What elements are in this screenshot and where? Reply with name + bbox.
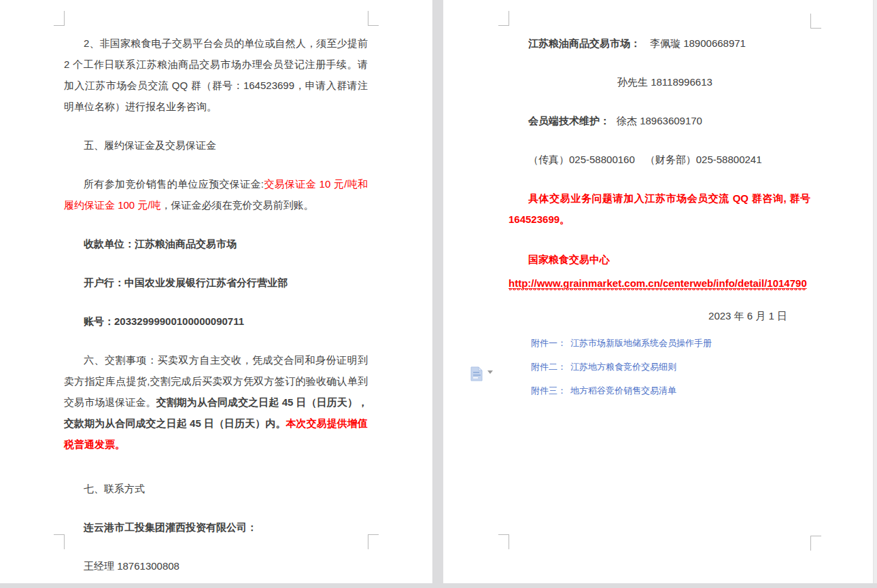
margin-mark xyxy=(368,11,379,26)
margin-mark xyxy=(54,534,65,549)
bank-line: 开户行：中国农业发展银行江苏省分行营业部 xyxy=(64,272,368,293)
market-contact: 李佩璇 18900668971 xyxy=(650,37,746,49)
attachment-link-2[interactable]: 附件二：江苏地方粮食竞价交易细则 xyxy=(531,355,810,379)
paragraph-deposit: 所有参加竞价销售的单位应预交保证金:交易保证金 10 元/吨和履约保证金 100… xyxy=(64,173,368,215)
attachment-label: 附件二： xyxy=(531,362,566,372)
margin-mark xyxy=(54,11,65,26)
paragraph-membership: 2、非国家粮食电子交易平台会员的单位或自然人，须至少提前 2 个工作日联系江苏粮… xyxy=(64,33,368,117)
attachment-label: 附件三： xyxy=(531,385,566,396)
payee-line: 收款单位：江苏粮油商品交易市场 xyxy=(64,233,368,254)
manager-line: 王经理 18761300808 xyxy=(64,555,368,576)
attachment-title[interactable]: 地方稻谷竞价销售交易清单 xyxy=(570,385,676,396)
dropdown-arrow-icon[interactable] xyxy=(487,370,493,374)
right-page-text: 江苏粮油商品交易市场：李佩璇 18900668971 孙先生 181189966… xyxy=(509,33,810,402)
attachment-label: 附件一： xyxy=(531,338,566,348)
second-contact-line: 孙先生 18118996613 xyxy=(509,71,810,92)
margin-mark xyxy=(498,534,509,549)
attachment-title[interactable]: 江苏市场新版地储系统会员操作手册 xyxy=(570,338,712,348)
market-label: 江苏粮油商品交易市场： xyxy=(528,37,640,49)
section-5-heading: 五、履约保证金及交易保证金 xyxy=(64,135,368,156)
attachment-link-3[interactable]: 附件三：地方稻谷竞价销售交易清单 xyxy=(531,379,810,402)
deposit-text-normal: 所有参加竞价销售的单位应预交保证金: xyxy=(84,178,264,190)
qq-notice-line: 具体交易业务问题请加入江苏市场会员交流 QQ 群咨询, 群号164523699。 xyxy=(509,188,810,230)
attachment-link-1[interactable]: 附件一：江苏市场新版地储系统会员操作手册 xyxy=(531,331,810,355)
section-7-heading: 七、联系方式 xyxy=(64,478,368,499)
margin-mark xyxy=(810,14,821,29)
margin-mark xyxy=(368,534,379,549)
market-contact-line: 江苏粮油商品交易市场：李佩璇 18900668971 xyxy=(509,33,810,54)
attached-file-icon[interactable] xyxy=(470,366,483,381)
margin-mark xyxy=(498,11,509,26)
fax-line: （传真）025-58800160 （财务部）025-58800241 xyxy=(509,149,810,170)
center-name: 国家粮食交易中心 xyxy=(528,254,610,265)
attachment-title[interactable]: 江苏地方粮食竞价交易细则 xyxy=(570,362,676,372)
tech-label: 会员端技术维护： xyxy=(528,115,610,126)
paragraph-delivery: 六、交割事项：买卖双方自主交收，凭成交合同和身份证明到卖方指定库点提货,交割完成… xyxy=(64,349,368,455)
date-line: 2023 年 6 月 1 日 xyxy=(509,305,810,326)
deposit-text-tail: ，保证金必须在竞价交易前到账。 xyxy=(161,199,314,211)
document-page-left: 2、非国家粮食电子交易平台会员的单位或自然人，须至少提前 2 个工作日联系江苏粮… xyxy=(0,0,432,583)
paragraph-grain-center: 国家粮食交易中心http://www.grainmarket.com.cn/ce… xyxy=(509,247,810,295)
tech-contact: 徐杰 18963609170 xyxy=(617,115,702,126)
attachment-list: 附件一：江苏市场新版地储系统会员操作手册 附件二：江苏地方粮食竞价交易细则 附件… xyxy=(509,331,810,402)
grainmarket-link[interactable]: http://www.grainmarket.com.cn/centerweb/… xyxy=(509,277,807,289)
word-document-view: { "document": { "left_page": { "membersh… xyxy=(0,0,877,588)
window-edge xyxy=(873,0,877,583)
account-line: 账号：20332999900100000090711 xyxy=(64,311,368,332)
margin-mark xyxy=(810,536,821,551)
company-line: 连云港市工投集团灌西投资有限公司： xyxy=(64,517,368,538)
left-page-text: 2、非国家粮食电子交易平台会员的单位或自然人，须至少提前 2 个工作日联系江苏粮… xyxy=(64,33,368,576)
attached-object-control[interactable] xyxy=(470,366,498,381)
document-page-right: 江苏粮油商品交易市场：李佩璇 18900668971 孙先生 181189966… xyxy=(443,0,874,583)
tech-support-line: 会员端技术维护：徐杰 18963609170 xyxy=(509,110,810,131)
